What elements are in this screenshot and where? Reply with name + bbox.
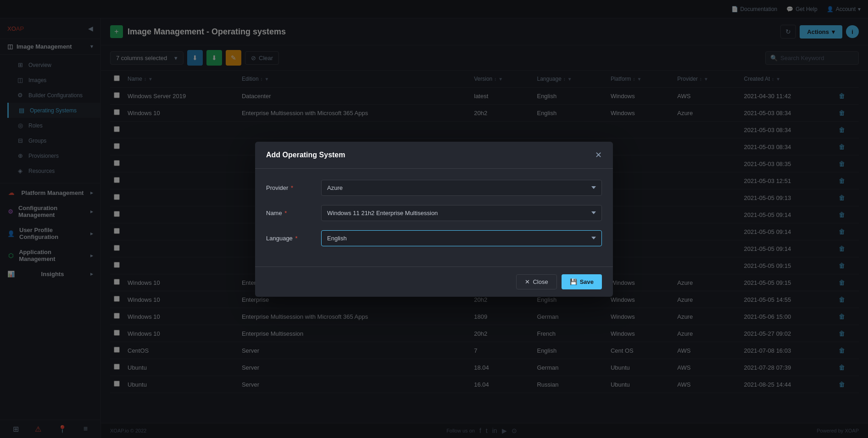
- save-button-label: Save: [580, 278, 594, 285]
- modal-title: Add Operating System: [266, 151, 345, 159]
- modal-close-action-button[interactable]: ✕ Close: [516, 274, 556, 289]
- language-field: English German French Russian Spanish: [321, 230, 602, 246]
- name-row: Name * Windows 11 21h2 Enterprise Multis…: [266, 205, 602, 221]
- modal-overlay: Add Operating System ✕ Provider * Azure …: [0, 0, 868, 438]
- provider-field: Azure AWS GCP: [321, 180, 602, 196]
- modal-header: Add Operating System ✕: [255, 142, 613, 169]
- language-select[interactable]: English German French Russian Spanish: [321, 230, 602, 246]
- save-icon: 💾: [570, 278, 577, 285]
- modal-body: Provider * Azure AWS GCP Name *: [255, 169, 613, 266]
- language-label: Language *: [266, 235, 321, 242]
- provider-row: Provider * Azure AWS GCP: [266, 180, 602, 196]
- name-field: Windows 11 21h2 Enterprise Multisession …: [321, 205, 602, 221]
- provider-select[interactable]: Azure AWS GCP: [321, 180, 602, 196]
- modal-close-button[interactable]: ✕: [595, 150, 602, 160]
- provider-label: Provider *: [266, 184, 321, 191]
- name-select[interactable]: Windows 11 21h2 Enterprise Multisession …: [321, 205, 602, 221]
- name-label: Name *: [266, 210, 321, 216]
- provider-required: *: [291, 184, 293, 191]
- modal-save-button[interactable]: 💾 Save: [562, 274, 602, 289]
- language-row: Language * English German French Russian…: [266, 230, 602, 246]
- modal-footer: ✕ Close 💾 Save: [255, 266, 613, 297]
- language-required: *: [295, 235, 297, 242]
- name-required: *: [284, 210, 287, 216]
- close-button-label: Close: [533, 278, 548, 285]
- add-os-modal: Add Operating System ✕ Provider * Azure …: [255, 142, 613, 297]
- close-x-icon: ✕: [525, 278, 530, 285]
